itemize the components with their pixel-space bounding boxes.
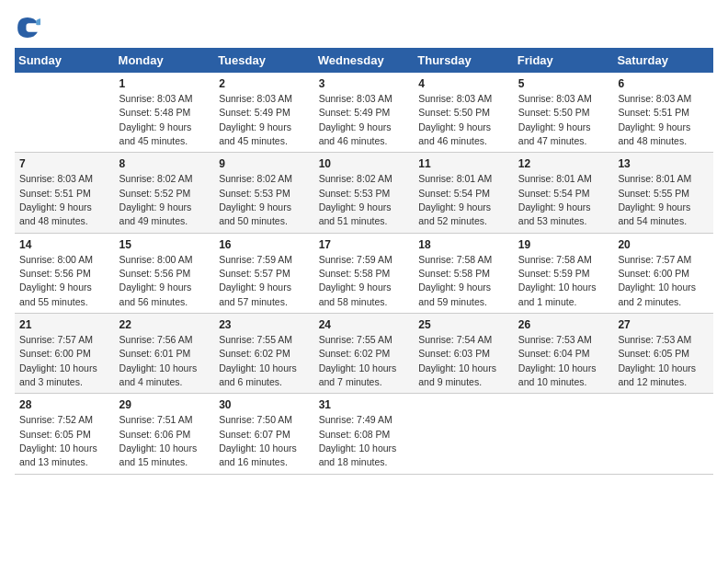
day-number: 31 [319, 397, 410, 413]
day-info: Sunrise: 7:52 AM Sunset: 6:05 PM Dayligh… [19, 414, 97, 467]
calendar-cell: 25Sunrise: 7:54 AM Sunset: 6:03 PM Dayli… [414, 314, 514, 394]
calendar-cell: 10Sunrise: 8:02 AM Sunset: 5:53 PM Dayli… [314, 153, 415, 233]
calendar-cell: 15Sunrise: 8:00 AM Sunset: 5:56 PM Dayli… [115, 233, 215, 313]
day-number: 4 [418, 76, 509, 92]
column-header-saturday: Saturday [613, 48, 713, 73]
day-info: Sunrise: 7:53 AM Sunset: 6:05 PM Dayligh… [618, 334, 696, 387]
calendar-cell: 29Sunrise: 7:51 AM Sunset: 6:06 PM Dayli… [115, 394, 215, 474]
day-number: 21 [19, 317, 110, 333]
day-number: 23 [219, 317, 310, 333]
day-info: Sunrise: 8:03 AM Sunset: 5:50 PM Dayligh… [418, 93, 492, 146]
day-info: Sunrise: 8:00 AM Sunset: 5:56 PM Dayligh… [119, 254, 193, 307]
calendar-cell: 24Sunrise: 7:55 AM Sunset: 6:02 PM Dayli… [314, 314, 415, 394]
calendar-cell: 3Sunrise: 8:03 AM Sunset: 5:49 PM Daylig… [314, 73, 415, 153]
column-header-tuesday: Tuesday [214, 48, 314, 73]
calendar-cell: 20Sunrise: 7:57 AM Sunset: 6:00 PM Dayli… [613, 233, 713, 313]
calendar-cell [613, 394, 713, 474]
day-info: Sunrise: 7:59 AM Sunset: 5:57 PM Dayligh… [219, 254, 292, 307]
day-number: 19 [518, 237, 609, 253]
day-info: Sunrise: 8:03 AM Sunset: 5:48 PM Dayligh… [119, 93, 193, 146]
calendar-cell: 26Sunrise: 7:53 AM Sunset: 6:04 PM Dayli… [514, 314, 614, 394]
day-number: 17 [319, 237, 410, 253]
calendar-cell: 23Sunrise: 7:55 AM Sunset: 6:02 PM Dayli… [214, 314, 314, 394]
day-info: Sunrise: 7:53 AM Sunset: 6:04 PM Dayligh… [518, 334, 597, 387]
calendar-cell: 16Sunrise: 7:59 AM Sunset: 5:57 PM Dayli… [214, 233, 314, 313]
column-header-friday: Friday [514, 48, 614, 73]
calendar-week-row: 1Sunrise: 8:03 AM Sunset: 5:48 PM Daylig… [15, 73, 713, 153]
calendar-cell: 28Sunrise: 7:52 AM Sunset: 6:05 PM Dayli… [15, 394, 115, 474]
day-info: Sunrise: 7:57 AM Sunset: 6:00 PM Dayligh… [618, 254, 696, 307]
day-info: Sunrise: 7:59 AM Sunset: 5:58 PM Dayligh… [319, 254, 392, 307]
calendar-cell: 9Sunrise: 8:02 AM Sunset: 5:53 PM Daylig… [214, 153, 314, 233]
calendar-cell: 7Sunrise: 8:03 AM Sunset: 5:51 PM Daylig… [15, 153, 115, 233]
day-info: Sunrise: 7:58 AM Sunset: 5:59 PM Dayligh… [518, 254, 597, 307]
day-number: 16 [219, 237, 310, 253]
day-number: 14 [19, 237, 110, 253]
day-info: Sunrise: 8:03 AM Sunset: 5:50 PM Dayligh… [518, 93, 592, 146]
page-header [15, 15, 713, 40]
calendar-cell: 30Sunrise: 7:50 AM Sunset: 6:07 PM Dayli… [214, 394, 314, 474]
column-header-sunday: Sunday [15, 48, 115, 73]
day-info: Sunrise: 8:03 AM Sunset: 5:49 PM Dayligh… [219, 93, 292, 146]
logo [15, 15, 44, 40]
day-number: 28 [19, 397, 110, 413]
day-info: Sunrise: 7:58 AM Sunset: 5:58 PM Dayligh… [418, 254, 492, 307]
day-info: Sunrise: 8:02 AM Sunset: 5:53 PM Dayligh… [319, 173, 392, 226]
calendar-cell [514, 394, 614, 474]
day-number: 7 [19, 156, 110, 172]
calendar-cell: 12Sunrise: 8:01 AM Sunset: 5:54 PM Dayli… [514, 153, 614, 233]
calendar-cell: 21Sunrise: 7:57 AM Sunset: 6:00 PM Dayli… [15, 314, 115, 394]
day-number: 15 [119, 237, 210, 253]
calendar-week-row: 14Sunrise: 8:00 AM Sunset: 5:56 PM Dayli… [15, 233, 713, 313]
day-info: Sunrise: 7:50 AM Sunset: 6:07 PM Dayligh… [219, 414, 297, 467]
calendar-cell: 17Sunrise: 7:59 AM Sunset: 5:58 PM Dayli… [314, 233, 415, 313]
day-info: Sunrise: 7:55 AM Sunset: 6:02 PM Dayligh… [319, 334, 397, 387]
day-info: Sunrise: 8:01 AM Sunset: 5:55 PM Dayligh… [618, 173, 691, 226]
day-info: Sunrise: 8:00 AM Sunset: 5:56 PM Dayligh… [19, 254, 93, 307]
day-number: 10 [319, 156, 410, 172]
day-number: 9 [219, 156, 310, 172]
day-info: Sunrise: 7:51 AM Sunset: 6:06 PM Dayligh… [119, 414, 198, 467]
day-info: Sunrise: 8:02 AM Sunset: 5:53 PM Dayligh… [219, 173, 292, 226]
day-info: Sunrise: 7:49 AM Sunset: 6:08 PM Dayligh… [319, 414, 397, 467]
day-info: Sunrise: 7:56 AM Sunset: 6:01 PM Dayligh… [119, 334, 198, 387]
day-number: 1 [119, 76, 210, 92]
column-header-monday: Monday [115, 48, 215, 73]
calendar-cell [15, 73, 115, 153]
day-info: Sunrise: 8:01 AM Sunset: 5:54 PM Dayligh… [518, 173, 592, 226]
day-number: 2 [219, 76, 310, 92]
day-info: Sunrise: 7:54 AM Sunset: 6:03 PM Dayligh… [418, 334, 496, 387]
day-number: 30 [219, 397, 310, 413]
calendar-week-row: 21Sunrise: 7:57 AM Sunset: 6:00 PM Dayli… [15, 314, 713, 394]
day-number: 27 [618, 317, 709, 333]
day-info: Sunrise: 7:55 AM Sunset: 6:02 PM Dayligh… [219, 334, 297, 387]
calendar-cell: 2Sunrise: 8:03 AM Sunset: 5:49 PM Daylig… [214, 73, 314, 153]
day-number: 26 [518, 317, 609, 333]
calendar-cell [414, 394, 514, 474]
calendar-cell: 4Sunrise: 8:03 AM Sunset: 5:50 PM Daylig… [414, 73, 514, 153]
logo-icon [15, 15, 40, 40]
day-number: 8 [119, 156, 210, 172]
calendar-cell: 27Sunrise: 7:53 AM Sunset: 6:05 PM Dayli… [613, 314, 713, 394]
day-number: 5 [518, 76, 609, 92]
calendar-cell: 6Sunrise: 8:03 AM Sunset: 5:51 PM Daylig… [613, 73, 713, 153]
day-number: 20 [618, 237, 709, 253]
calendar-cell: 13Sunrise: 8:01 AM Sunset: 5:55 PM Dayli… [613, 153, 713, 233]
calendar-cell: 1Sunrise: 8:03 AM Sunset: 5:48 PM Daylig… [115, 73, 215, 153]
calendar-cell: 14Sunrise: 8:00 AM Sunset: 5:56 PM Dayli… [15, 233, 115, 313]
calendar-cell: 19Sunrise: 7:58 AM Sunset: 5:59 PM Dayli… [514, 233, 614, 313]
day-number: 29 [119, 397, 210, 413]
day-number: 18 [418, 237, 509, 253]
day-info: Sunrise: 8:02 AM Sunset: 5:52 PM Dayligh… [119, 173, 193, 226]
day-info: Sunrise: 8:03 AM Sunset: 5:49 PM Dayligh… [319, 93, 392, 146]
day-number: 22 [119, 317, 210, 333]
day-number: 25 [418, 317, 509, 333]
day-number: 13 [618, 156, 709, 172]
calendar-week-row: 28Sunrise: 7:52 AM Sunset: 6:05 PM Dayli… [15, 394, 713, 474]
calendar-week-row: 7Sunrise: 8:03 AM Sunset: 5:51 PM Daylig… [15, 153, 713, 233]
day-info: Sunrise: 7:57 AM Sunset: 6:00 PM Dayligh… [19, 334, 97, 387]
day-number: 6 [618, 76, 709, 92]
calendar-cell: 11Sunrise: 8:01 AM Sunset: 5:54 PM Dayli… [414, 153, 514, 233]
calendar-header-row: SundayMondayTuesdayWednesdayThursdayFrid… [15, 48, 713, 73]
day-info: Sunrise: 8:03 AM Sunset: 5:51 PM Dayligh… [19, 173, 93, 226]
